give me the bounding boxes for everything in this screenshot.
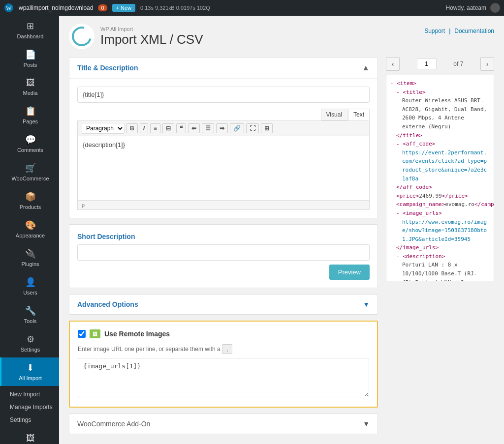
xml-next-button[interactable]: › [480,57,494,71]
sidebar-item-settings[interactable]: ⚙ Settings [0,329,59,357]
sidebar-item-plugins[interactable]: 🔌 Plugins [0,243,59,272]
posts-icon: 📄 [25,49,36,60]
comment-count[interactable]: 0 [98,4,107,11]
tab-text[interactable]: Text [348,109,370,120]
support-link[interactable]: Support [424,28,445,34]
list-button[interactable]: ≡ [150,123,160,133]
remote-images-checkbox[interactable] [78,330,86,338]
sidebar-item-tools[interactable]: 🔧 Tools [0,300,59,329]
collapse-chevron-icon: ▲ [362,63,370,72]
title-description-header[interactable]: Title & Description ▲ [69,58,378,79]
remote-images-desc: Enter image URL one per line, or separat… [78,344,369,354]
align-center-button[interactable]: ☰ [202,123,214,133]
tools-icon: 🔧 [25,305,36,316]
sidebar-sub-manage-imports[interactable]: Manage Imports [4,401,59,414]
new-button[interactable]: + New [112,4,136,12]
tab-visual[interactable]: Visual [321,109,347,120]
sidebar-item-label: Plugins [21,261,39,267]
remote-images-textarea[interactable]: {image_urls[1]} [78,358,369,397]
align-right-button[interactable]: ➡ [216,123,228,133]
xml-imageurls-value: https://www.evomag.ro/image/show?image=1… [390,218,490,244]
remote-images-label: Use Remote Images [104,330,170,338]
plugin-name: WP All Import [100,26,203,32]
comments-icon: 💬 [25,134,36,145]
preview-button[interactable]: Preview [329,265,370,280]
xml-prev-button[interactable]: ‹ [386,57,400,71]
sidebar-item-media[interactable]: 🖼 Media [0,73,59,101]
users-icon: 👤 [25,277,36,288]
italic-button[interactable]: I [140,123,148,133]
sidebar-item-posts[interactable]: 📄 Posts [0,44,59,73]
documentation-link[interactable]: Documentation [454,28,494,34]
admin-bar: W wpallimport_noimgdownload 0 + New 0.13… [0,0,504,16]
dashboard-icon: ⊞ [27,21,34,31]
sidebar-item-products[interactable]: 📦 Products [0,186,59,215]
metrics: 0.13s 9,321кB 0.0197s 102Q [140,5,210,11]
description-editor-body[interactable]: {description[1]} [78,136,369,200]
xml-campaign: <campaign_name>evomag.ro</campaign_name> [390,200,490,209]
title-input[interactable] [77,87,370,103]
short-description-input[interactable] [77,244,370,261]
howdy-text: Howdy, aateam [446,4,486,11]
xml-title-open: - <title> [390,88,490,97]
xml-nav: ‹ of 7 › [386,57,494,71]
table-button[interactable]: ⊞ [261,123,273,133]
sidebar-item-label: Dashboard [17,33,44,39]
advanced-options-header[interactable]: Advanced Options ▼ [69,295,378,314]
sidebar-item-remote-images[interactable]: 🖼 Remote Images [0,428,59,444]
sidebar-sub-settings[interactable]: Settings [4,414,59,426]
sidebar-item-label: All Import [19,375,41,381]
sidebar-item-label: Media [23,90,38,96]
products-icon: 📦 [25,191,36,202]
xml-imageurls-close: </image_urls> [390,243,490,252]
page-header: WP All Import Import XML / CSV Support |… [69,24,494,49]
xml-tree: - <item> - <title> Router Wireless ASUS … [386,75,494,281]
editor-toolbar: Paragraph B I ≡ ⊟ ❝ ⬅ ☰ ➡ 🔗 [78,121,369,136]
fullscreen-button[interactable]: ⛶ [246,123,259,133]
align-left-button[interactable]: ⬅ [188,123,200,133]
sidebar-item-users[interactable]: 👤 Users [0,272,59,300]
sidebar-item-appearance[interactable]: 🎨 Appearance [0,215,59,243]
sidebar-sub-new-import[interactable]: New Import [4,388,59,401]
sidebar-item-label: WooCommerce [11,176,49,181]
sidebar-item-label: Posts [24,62,37,68]
link-button[interactable]: 🔗 [230,123,244,133]
advanced-chevron-icon: ▼ [363,300,370,308]
remote-images-title: 🖼 Use Remote Images [78,329,369,338]
sidebar-item-label: Appearance [16,233,45,238]
xml-page-input[interactable] [417,59,437,69]
sidebar-item-label: Tools [24,318,37,324]
sidebar-item-woocommerce[interactable]: 🛒 WooCommerce [0,158,59,186]
appearance-icon: 🎨 [25,220,36,231]
allimport-icon: ⬇ [27,362,34,373]
format-select[interactable]: Paragraph [82,123,125,134]
xml-imageurls-open: - <image_urls> [390,209,490,218]
woocommerce-chevron-icon: ▼ [363,420,370,428]
bold-button[interactable]: B [126,123,138,133]
sidebar-item-label: Settings [21,347,40,353]
woocommerce-addon-header[interactable]: WooCommerce Add-On ▼ [69,414,378,434]
sidebar: ⊞ Dashboard 📄 Posts 🖼 Media 📋 Pages 💬 Co… [0,16,59,444]
sidebar-item-allimport[interactable]: ⬇ All Import [0,357,59,386]
wp-logo-icon: W [4,3,14,13]
sidebar-item-pages[interactable]: 📋 Pages [0,101,59,129]
sidebar-item-dashboard[interactable]: ⊞ Dashboard [0,16,59,44]
sidebar-item-label: Products [20,204,41,210]
title-description-panel: Title & Description ▲ Visual Text P [69,57,378,218]
xml-description-text: Porturi LAN : 8 x 10/100/1000 Base-T (RJ… [390,261,490,281]
woocommerce-addon-label: WooCommerce Add-On [77,420,150,428]
sidebar-item-comments[interactable]: 💬 Comments [0,129,59,158]
ordered-list-button[interactable]: ⊟ [162,123,174,133]
short-description-label: Short Description [77,233,370,240]
xml-affcode-close: </aff_code> [390,183,490,192]
plugin-logo [69,24,94,49]
sidebar-item-label: Pages [23,118,38,124]
settings-icon: ⚙ [27,334,34,345]
blockquote-button[interactable]: ❝ [176,123,186,133]
xml-affcode-value: https://event.2performant.com/events/cli… [390,148,490,183]
editor-tabs: Visual Text [77,109,370,120]
woocommerce-addon-panel: WooCommerce Add-On ▼ [69,414,378,434]
svg-text:W: W [6,5,12,12]
short-description-panel: Short Description Preview [69,224,378,288]
site-name[interactable]: wpallimport_noimgdownload [19,4,93,11]
